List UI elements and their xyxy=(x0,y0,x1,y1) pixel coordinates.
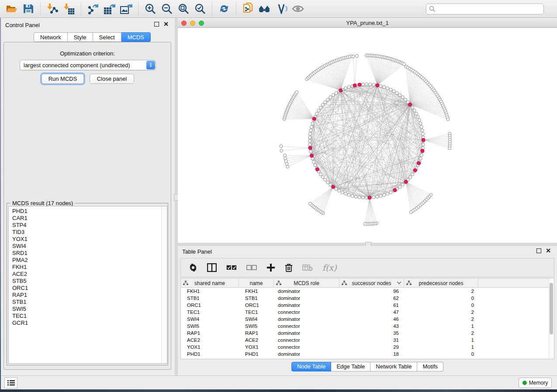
tab-style[interactable]: Style xyxy=(68,32,93,42)
open-file-icon[interactable] xyxy=(3,1,20,16)
graph-leaf-node[interactable] xyxy=(284,157,287,160)
show-hide-icon[interactable] xyxy=(290,1,306,16)
close-table-panel-icon[interactable]: ✕ xyxy=(546,248,551,253)
mcds-result-item[interactable]: PHD1 xyxy=(12,208,167,215)
table-row[interactable]: FKH1FKH1dominator962 xyxy=(181,288,549,295)
graph-leaf-node[interactable] xyxy=(308,202,311,205)
deselect-all-icon[interactable] xyxy=(246,265,257,271)
graph-leaf-node[interactable] xyxy=(352,55,355,58)
graph-leaf-node[interactable] xyxy=(363,222,367,225)
graph-leaf-node[interactable] xyxy=(355,55,358,58)
graph-mcds-node[interactable] xyxy=(308,146,312,150)
tab-motifs[interactable]: Motifs xyxy=(417,362,443,371)
graph-mcds-node[interactable] xyxy=(417,162,421,165)
tab-mcds[interactable]: MCDS xyxy=(121,32,151,42)
style-preview-icon[interactable] xyxy=(273,1,290,16)
graph-node[interactable] xyxy=(369,83,372,86)
graph-node[interactable] xyxy=(365,83,368,86)
zoom-selected-icon[interactable] xyxy=(192,1,208,16)
graph-node[interactable] xyxy=(324,178,327,181)
graph-leaf-node[interactable] xyxy=(446,118,450,121)
graph-node[interactable] xyxy=(324,101,327,104)
mcds-result-item[interactable]: ORC1 xyxy=(12,285,167,292)
mcds-result-item[interactable]: TID3 xyxy=(12,229,167,236)
zoom-fit-icon[interactable] xyxy=(175,1,192,16)
graph-mcds-node[interactable] xyxy=(315,168,319,171)
graph-node[interactable] xyxy=(420,154,423,157)
graph-leaf-node[interactable] xyxy=(409,210,412,213)
graph-node[interactable] xyxy=(411,173,414,176)
graph-node[interactable] xyxy=(389,88,392,91)
graph-node[interactable] xyxy=(389,191,392,194)
graph-node[interactable] xyxy=(411,106,414,109)
table-row[interactable]: PHD1PHD1dominator180 xyxy=(181,351,549,358)
graph-node[interactable] xyxy=(335,187,338,190)
graph-node[interactable] xyxy=(418,119,421,122)
graph-mcds-node[interactable] xyxy=(368,196,371,199)
column-view-icon[interactable] xyxy=(207,263,217,272)
graph-node[interactable] xyxy=(310,125,313,128)
graph-node[interactable] xyxy=(383,193,386,196)
graph-node[interactable] xyxy=(354,195,357,198)
clone-network-icon[interactable] xyxy=(240,1,256,16)
graph-node[interactable] xyxy=(420,125,423,128)
graph-node[interactable] xyxy=(392,90,395,93)
graph-node[interactable] xyxy=(309,129,312,132)
graph-node[interactable] xyxy=(361,196,364,199)
graph-node[interactable] xyxy=(421,132,424,135)
graph-node[interactable] xyxy=(308,143,311,146)
memory-button[interactable]: Memory xyxy=(519,378,552,388)
graph-node[interactable] xyxy=(415,112,418,115)
graph-node[interactable] xyxy=(421,129,424,132)
table-row[interactable]: STB1STB1dominator620 xyxy=(181,295,549,302)
graph-node[interactable] xyxy=(347,193,350,196)
graph-node[interactable] xyxy=(326,181,329,184)
graph-node[interactable] xyxy=(404,98,407,101)
export-network-icon[interactable] xyxy=(85,1,101,16)
graph-leaf-node[interactable] xyxy=(295,91,298,94)
graph-node[interactable] xyxy=(379,194,382,197)
close-panel-button[interactable]: Close panel xyxy=(90,74,134,84)
mcds-result-item[interactable]: YOX1 xyxy=(12,236,167,243)
graph-leaf-node[interactable] xyxy=(448,147,451,150)
graph-leaf-node[interactable] xyxy=(283,154,286,157)
graph-node[interactable] xyxy=(308,140,311,143)
mcds-result-item[interactable]: FKH1 xyxy=(12,264,167,271)
graph-node[interactable] xyxy=(386,87,389,90)
mcds-result-item[interactable]: SWI5 xyxy=(12,306,167,313)
graph-node[interactable] xyxy=(386,192,389,195)
graph-node[interactable] xyxy=(321,175,324,179)
column-header-name[interactable]: name xyxy=(239,279,274,288)
float-panel-icon[interactable] xyxy=(154,22,159,27)
mcds-result-item[interactable]: STP4 xyxy=(12,222,167,229)
table-row[interactable]: YOX1YOX1connector291 xyxy=(181,344,549,351)
graph-node[interactable] xyxy=(312,160,315,163)
mcds-result-item[interactable]: SRD1 xyxy=(12,250,167,257)
graph-mcds-node[interactable] xyxy=(310,154,313,158)
graph-mcds-node[interactable] xyxy=(408,103,412,106)
table-row[interactable]: SWI5SWI5connector431 xyxy=(181,323,549,330)
task-history-button[interactable] xyxy=(4,377,17,389)
graph-node[interactable] xyxy=(383,86,386,89)
graph-node[interactable] xyxy=(329,96,332,99)
mcds-result-item[interactable]: SWI4 xyxy=(12,243,167,250)
select-all-icon[interactable] xyxy=(226,265,237,271)
table-scrollbar[interactable] xyxy=(549,279,554,359)
graph-node[interactable] xyxy=(314,164,317,167)
mcds-result-item[interactable]: CAR1 xyxy=(12,215,167,222)
table-row[interactable]: TEC1TEC1connector472 xyxy=(181,309,549,316)
network-canvas[interactable] xyxy=(178,28,557,243)
import-table-icon[interactable] xyxy=(61,1,77,16)
graph-node[interactable] xyxy=(341,191,344,194)
mcds-result-list[interactable]: PHD1CAR1STP4TID3YOX1SWI4SRD1PMA2FKH1ACE2… xyxy=(8,206,167,364)
graph-node[interactable] xyxy=(416,115,419,118)
graph-node[interactable] xyxy=(335,92,338,95)
graph-node[interactable] xyxy=(409,175,412,179)
mcds-result-item[interactable]: TEC1 xyxy=(12,313,167,320)
search-input[interactable] xyxy=(436,6,543,12)
table-row[interactable]: RAP1RAP1dominator352 xyxy=(181,330,549,337)
graph-node[interactable] xyxy=(309,132,312,135)
column-header-empty[interactable] xyxy=(478,279,549,288)
graph-mcds-node[interactable] xyxy=(353,84,356,87)
export-table-icon[interactable] xyxy=(101,1,118,16)
